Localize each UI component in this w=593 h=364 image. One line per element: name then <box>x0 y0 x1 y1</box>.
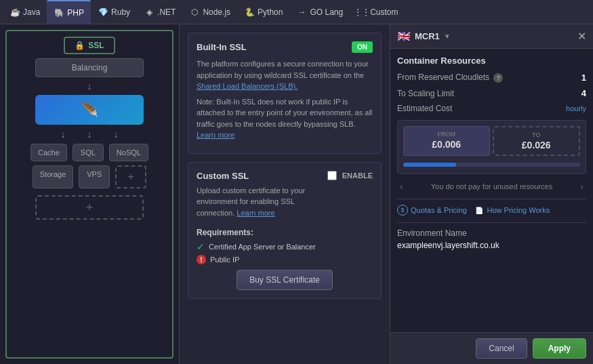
cost-to: TO £0.026 <box>493 126 581 156</box>
custom-learn-more-link[interactable]: Learn more <box>237 209 274 217</box>
nodejs-icon: ⬡ <box>189 7 200 18</box>
vps-label: VPS <box>87 170 102 178</box>
region-selector[interactable]: 🇬🇧 MCR1 ▼ <box>397 30 451 43</box>
region-label: MCR1 <box>415 31 440 41</box>
add-large-icon: + <box>86 201 94 215</box>
builtin-ssl-title: Built-In SSL <box>197 42 247 52</box>
tab-golang-label: GO Lang <box>310 7 343 17</box>
divider <box>397 199 586 199</box>
how-pricing-link[interactable]: 📄 How Pricing Works <box>474 205 550 216</box>
add-large-button[interactable]: + <box>35 195 144 220</box>
bottom-bar: Cancel Apply <box>390 332 593 364</box>
shared-lb-link[interactable]: Shared Load Balancers (SLB). <box>197 82 298 90</box>
learn-more-link[interactable]: Learn more <box>197 131 234 139</box>
custom-ssl-upload-row: Custom SSL Upload custom certificate to … <box>197 171 373 223</box>
next-arrow-icon[interactable]: › <box>577 180 586 193</box>
custom-icon: ⋮⋮ <box>356 7 367 18</box>
apply-button[interactable]: Apply <box>533 338 586 359</box>
tab-java[interactable]: ☕ Java <box>3 0 47 24</box>
net-icon: ◈ <box>144 7 155 18</box>
builtin-ssl-toggle[interactable]: ON <box>352 41 373 53</box>
add-node-button[interactable]: + <box>115 165 146 188</box>
container-resources-title: Container Resources <box>397 56 586 66</box>
slider-fill <box>403 163 456 167</box>
vps-button[interactable]: VPS <box>79 165 110 188</box>
storage-label: Storage <box>40 170 66 178</box>
tab-nodejs[interactable]: ⬡ Node.js <box>182 0 237 24</box>
region-dropdown-arrow: ▼ <box>444 33 451 40</box>
env-name-value: exampleenvj.layershift.co.uk <box>397 241 586 250</box>
builtin-ssl-section: Built-In SSL ON The platform configures … <box>188 33 382 154</box>
reserved-cloudlets-label: From Reserved Cloudlets ? <box>397 73 503 83</box>
cache-label: Cache <box>38 148 60 157</box>
custom-ssl-header: Custom SSL <box>197 171 327 181</box>
tab-net-label: .NET <box>157 7 176 17</box>
tab-custom[interactable]: ⋮⋮ Custom <box>350 0 405 24</box>
requirements-title: Requirements: <box>197 228 373 237</box>
unused-resources-text: You do not pay for unused resources <box>431 182 552 190</box>
python-icon: 🐍 <box>244 7 255 18</box>
app-node[interactable]: 🪶 <box>35 95 144 125</box>
cost-to-value: £0.026 <box>522 140 551 150</box>
tab-golang[interactable]: → GO Lang <box>289 0 350 24</box>
storage-button[interactable]: Storage <box>33 165 74 188</box>
enable-checkbox[interactable] <box>327 171 337 180</box>
cancel-button[interactable]: Cancel <box>476 338 527 359</box>
resource-slider[interactable] <box>403 161 580 168</box>
flag-icon: 🇬🇧 <box>397 30 411 43</box>
cost-from-label: FROM <box>411 131 483 138</box>
arrow-mid-icon: ↓ <box>87 129 92 140</box>
storage-row: Storage VPS + <box>33 165 147 188</box>
req2-label: Public IP <box>210 256 239 264</box>
right-panel-body: Container Resources From Reserved Cloudl… <box>390 49 593 332</box>
buy-ssl-button[interactable]: Buy SSL Certificate <box>237 270 333 290</box>
arrows-row: ↓ ↓ ↓ <box>61 129 119 140</box>
tab-net[interactable]: ◈ .NET <box>137 0 182 24</box>
divider-2 <box>397 222 586 223</box>
ssl-badge[interactable]: 🔒 SSL <box>64 37 115 54</box>
tab-php[interactable]: 🐘 PHP <box>47 0 91 24</box>
arrow-left-icon: ↓ <box>61 129 66 140</box>
nosql-button[interactable]: NoSQL <box>109 144 148 161</box>
tab-python[interactable]: 🐍 Python <box>237 0 289 24</box>
left-panel: 🔒 SSL Balancing ↓ 🪶 ↓ ↓ ↓ Cach <box>0 24 180 364</box>
requirements-section: Requirements: ✓ Certified App Server or … <box>197 228 373 264</box>
custom-ssl-description: Upload custom certificate to your enviro… <box>197 185 327 219</box>
links-row: $ Quotas & Pricing 📄 How Pricing Works <box>397 205 586 216</box>
check-icon: ✓ <box>197 241 205 252</box>
env-name-label: Environment Name <box>397 228 586 238</box>
scaling-limit-label: To Scaling Limit <box>397 89 454 98</box>
tab-python-label: Python <box>258 7 283 17</box>
req1-label: Certified App Server or Balancer <box>209 243 316 251</box>
golang-icon: → <box>296 7 307 18</box>
reserved-cloudlets-value: 1 <box>581 73 586 83</box>
enable-row: ENABLE <box>327 171 373 180</box>
hourly-select[interactable]: hourly <box>566 104 586 113</box>
env-name-section: Environment Name exampleenvj.layershift.… <box>397 228 586 250</box>
ssl-node-container: 🔒 SSL Balancing ↓ 🪶 ↓ ↓ ↓ Cach <box>5 30 173 359</box>
nosql-label: NoSQL <box>117 148 141 157</box>
quotas-pricing-link[interactable]: $ Quotas & Pricing <box>397 205 467 216</box>
main-area: 🔒 SSL Balancing ↓ 🪶 ↓ ↓ ↓ Cach <box>0 24 593 364</box>
add-node-icon: + <box>128 171 134 182</box>
custom-ssl-content: Custom SSL Upload custom certificate to … <box>197 171 327 223</box>
builtin-ssl-header: Built-In SSL ON <box>197 41 373 53</box>
right-panel-header: 🇬🇧 MCR1 ▼ ✕ <box>390 24 593 49</box>
sql-button[interactable]: SQL <box>73 144 104 161</box>
prev-arrow-icon[interactable]: ‹ <box>397 180 406 193</box>
info-icon[interactable]: ? <box>493 73 503 83</box>
estimated-cost-label: Estimated Cost <box>397 104 452 113</box>
tab-ruby[interactable]: 💎 Ruby <box>91 0 137 24</box>
arrow-right-icon: ↓ <box>114 129 119 140</box>
custom-ssl-title: Custom SSL <box>197 171 249 181</box>
balancing-button[interactable]: Balancing <box>35 58 144 77</box>
php-icon: 🐘 <box>54 7 64 18</box>
tab-custom-label: Custom <box>370 7 398 17</box>
close-icon[interactable]: ✕ <box>577 30 586 43</box>
req-item-1: ✓ Certified App Server or Balancer <box>197 241 373 252</box>
cache-button[interactable]: Cache <box>30 144 67 161</box>
tab-php-label: PHP <box>67 8 84 18</box>
builtin-ssl-note: Note: Built-In SSL does not work if publ… <box>197 96 373 141</box>
doc-icon: 📄 <box>474 205 485 216</box>
right-panel: 🇬🇧 MCR1 ▼ ✕ Container Resources From Res… <box>390 24 593 364</box>
